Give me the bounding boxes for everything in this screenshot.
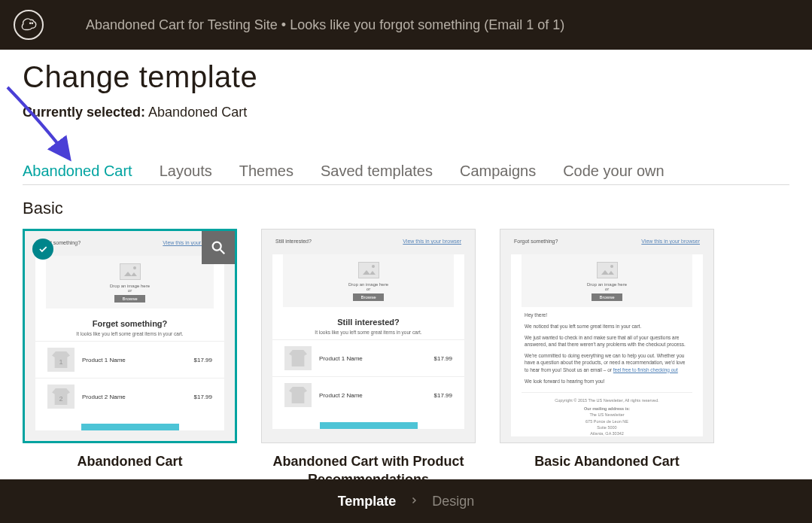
preview-para: We look forward to hearing from you! [525,378,689,385]
svg-point-1 [32,23,32,23]
tab-abandoned-cart[interactable]: Abandoned Cart [23,163,132,180]
step-template[interactable]: Template [338,494,397,509]
template-card: Still interested?View this in your brows… [261,229,476,489]
preview-product: Product 1 Name [319,355,434,362]
preview-view-browser: View this in your browser [403,239,461,244]
top-bar: Abandoned Cart for Testing Site • Looks … [0,0,812,50]
preview-product: Product 2 Name [319,392,434,399]
preview-or: or [283,287,454,291]
tab-bar: Abandoned Cart Layouts Themes Saved temp… [23,163,789,185]
svg-point-0 [30,23,31,23]
tab-saved-templates[interactable]: Saved templates [321,163,433,180]
preview-addr: 675 Ponce de Leon NE [522,418,692,424]
svg-line-3 [220,250,225,254]
preview-browse: Browse [592,293,622,301]
template-preview: Still interested?View this in your brows… [262,230,475,442]
section-heading: Basic [23,199,789,218]
page-title: Change template [23,60,789,94]
template-card: ...rgot something?View this in your brow… [23,229,237,489]
header-title: Abandoned Cart for Testing Site • Looks … [86,17,564,33]
preview-addr: Suite 5000 [522,424,692,430]
template-preview: Forgot something?View this in your brows… [500,230,713,442]
preview-footer: Copyright © 2015 The US Newsletter, All … [522,392,692,437]
step-design[interactable]: Design [432,494,474,509]
selected-check-icon [32,239,53,260]
currently-selected-label: Currently selected: [23,105,145,120]
preview-addr-label: Our mailing address is: [522,406,692,412]
preview-heading: Still interested? [272,318,464,327]
svg-point-2 [213,242,221,251]
preview-browse: Browse [353,293,383,301]
preview-copyright: Copyright © 2015 The US Newsletter, All … [522,397,692,403]
template-card: Forgot something?View this in your brows… [500,229,714,489]
preview-para: We just wanted to check in and make sure… [525,334,689,348]
currently-selected-value: Abandoned Cart [148,105,247,120]
tab-code-your-own[interactable]: Code your own [563,163,665,180]
preview-subject: Forgot something? [514,239,558,244]
template-name: Basic Abandoned Cart [500,452,714,470]
preview-addr: Atlanta, GA 30342 [522,430,692,436]
tab-layouts[interactable]: Layouts [160,163,212,180]
preview-product: Product 2 Name [82,394,194,400]
tab-campaigns[interactable]: Campaigns [460,163,536,180]
preview-num: 2 [47,395,75,403]
preview-sub: It looks like you left some great items … [35,331,224,336]
template-basic-abandoned-cart[interactable]: Forgot something?View this in your brows… [500,229,714,443]
preview-cta [320,422,418,429]
tab-themes[interactable]: Themes [239,163,293,180]
preview-or: or [522,287,692,291]
preview-addr: The US Newsletter [522,412,692,418]
currently-selected: Currently selected: Abandoned Cart [23,105,789,120]
preview-price: $17.99 [434,355,452,362]
preview-heading: Forget something? [35,319,224,328]
preview-link: feel free to finish checking out [613,367,678,372]
preview-product: Product 1 Name [82,357,194,363]
preview-browse: Browse [114,295,144,303]
preview-view-browser: View this in your browser [641,239,700,244]
mailchimp-logo-icon [14,10,44,40]
preview-price: $17.99 [194,357,212,363]
main-content: Change template Currently selected: Aban… [0,50,812,489]
wizard-footer: Template Design [0,479,812,523]
template-abandoned-cart-recs[interactable]: Still interested?View this in your brows… [261,229,476,443]
template-grid: ...rgot something?View this in your brow… [23,229,789,489]
preview-price: $17.99 [434,392,452,399]
preview-para: We noticed that you left some great item… [525,323,689,330]
preview-para: Hey there! [525,312,689,318]
preview-num: 1 [47,358,75,366]
preview-magnify-button[interactable] [202,231,235,264]
preview-cta [81,424,179,430]
template-abandoned-cart[interactable]: ...rgot something?View this in your brow… [23,229,237,443]
preview-price: $17.99 [194,394,212,400]
preview-subject: Still interested? [275,239,312,244]
template-name: Abandoned Cart [23,452,237,470]
preview-or: or [46,288,214,293]
preview-sub: It looks like you left some great items … [272,330,464,335]
preview-para: We're committed to doing everything we c… [525,352,689,372]
chevron-right-icon [409,494,418,508]
